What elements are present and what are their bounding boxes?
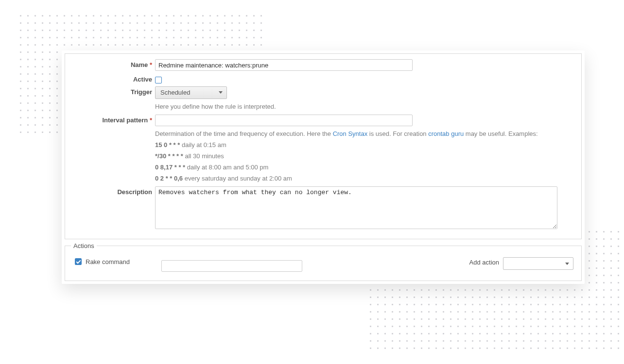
trigger-hint: Here you define how the rule is interpre… [155, 102, 575, 112]
add-action-select[interactable] [503, 257, 573, 270]
description-label: Description [71, 186, 155, 196]
interval-hint: Determination of the time and frequency … [155, 129, 575, 184]
cron-example: 15 0 * * * daily at 0:15 am [155, 140, 575, 150]
name-row: Name * [71, 58, 575, 72]
required-marker: * [150, 61, 152, 68]
chevron-down-icon [565, 263, 569, 265]
interval-row: Interval pattern * Determination of the … [71, 113, 575, 185]
interval-input[interactable] [155, 115, 413, 126]
rake-checkbox[interactable] [75, 258, 82, 265]
trigger-label: Trigger [71, 86, 155, 96]
description-textarea[interactable]: Removes watchers from what they can no l… [155, 186, 557, 229]
cron-example: */30 * * * * all 30 minutes [155, 151, 575, 161]
actions-fieldset: Actions Rake command Add action [65, 242, 582, 281]
form-panel: Name * Active Trigger Scheduled Here you… [62, 50, 585, 284]
trigger-row: Trigger Scheduled Here you define how th… [71, 85, 575, 113]
rake-input[interactable] [161, 260, 302, 272]
interval-label: Interval pattern * [71, 115, 155, 124]
name-input[interactable] [155, 59, 413, 71]
actions-legend: Actions [71, 242, 97, 249]
cron-syntax-link[interactable]: Cron Syntax [333, 130, 368, 137]
description-row: Description Removes watchers from what t… [71, 185, 575, 232]
active-checkbox[interactable] [155, 77, 162, 83]
crontab-guru-link[interactable]: crontab guru [428, 130, 464, 137]
chevron-down-icon [219, 91, 223, 94]
trigger-selected: Scheduled [160, 89, 190, 96]
add-action-label: Add action [469, 257, 503, 266]
name-label: Name * [71, 59, 155, 68]
main-fieldset: Name * Active Trigger Scheduled Here you… [65, 53, 582, 239]
cron-example: 0 2 * * 0,6 every saturday and sunday at… [155, 174, 575, 183]
trigger-select[interactable]: Scheduled [155, 86, 227, 99]
active-label: Active [71, 74, 155, 83]
cron-example: 0 8,17 * * * daily at 8:00 am and 5:00 p… [155, 163, 575, 172]
rake-label: Rake command [82, 257, 130, 267]
active-row: Active [71, 72, 575, 85]
required-marker: * [150, 116, 152, 124]
